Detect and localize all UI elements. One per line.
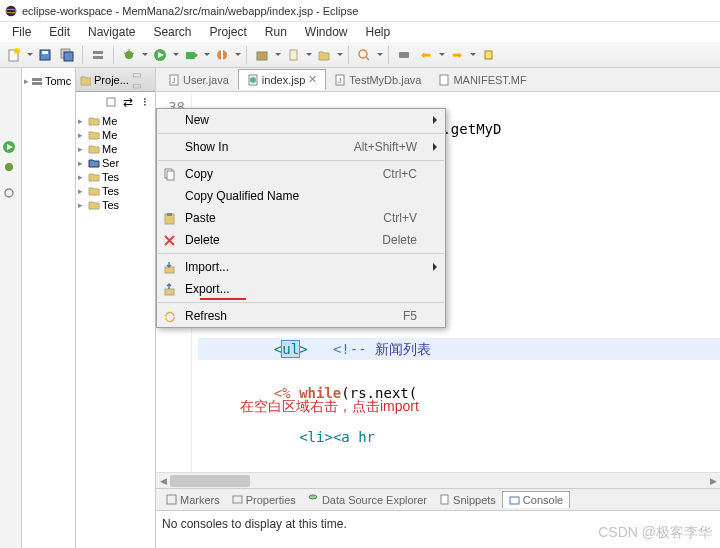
dropdown-arrow-icon[interactable] xyxy=(142,53,148,56)
new-package-icon[interactable] xyxy=(253,46,271,64)
svg-rect-29 xyxy=(32,78,42,81)
ctx-paste[interactable]: PasteCtrl+V xyxy=(157,207,445,229)
dropdown-arrow-icon[interactable] xyxy=(306,53,312,56)
svg-rect-30 xyxy=(32,82,42,85)
submenu-arrow-icon xyxy=(433,116,437,124)
run-icon[interactable] xyxy=(151,46,169,64)
sidebar-item-label: Tomc xyxy=(45,75,71,87)
link-icon[interactable]: ⇄ xyxy=(121,95,135,109)
new-icon[interactable] xyxy=(5,46,23,64)
svg-rect-50 xyxy=(165,267,174,273)
new-type-icon[interactable] xyxy=(284,46,302,64)
tree-item[interactable]: ▸Tes xyxy=(78,170,153,184)
svg-rect-39 xyxy=(167,495,176,504)
dropdown-arrow-icon[interactable] xyxy=(173,53,179,56)
menu-edit[interactable]: Edit xyxy=(41,23,78,41)
proj-explorer-tab[interactable]: Proje...▭ ▭ xyxy=(76,68,155,92)
ctx-new[interactable]: New xyxy=(157,109,445,131)
dropdown-arrow-icon[interactable] xyxy=(27,53,33,56)
tab-data-source[interactable]: Data Source Explorer xyxy=(302,492,433,508)
close-icon[interactable]: ✕ xyxy=(308,73,317,86)
dropdown-arrow-icon[interactable] xyxy=(470,53,476,56)
separator xyxy=(388,46,389,64)
menu-navigate[interactable]: Navigate xyxy=(80,23,143,41)
tree-item[interactable]: ▸Tes xyxy=(78,184,153,198)
dropdown-arrow-icon[interactable] xyxy=(204,53,210,56)
ctx-show-in[interactable]: Show InAlt+Shift+W xyxy=(157,136,445,158)
debug-icon[interactable] xyxy=(2,160,20,178)
perspective-bar xyxy=(0,68,22,548)
tab-console[interactable]: Console xyxy=(502,491,570,508)
tab-index-jsp[interactable]: index.jsp ✕ xyxy=(238,69,326,90)
svg-rect-25 xyxy=(485,51,492,59)
sidebar-item-tomcat[interactable]: ▸Tomc xyxy=(24,75,73,87)
svg-rect-31 xyxy=(107,98,115,106)
svg-rect-38 xyxy=(440,75,448,85)
tree-item[interactable]: ▸Me xyxy=(78,114,153,128)
separator xyxy=(158,253,444,254)
menu-search[interactable]: Search xyxy=(145,23,199,41)
ctx-delete[interactable]: DeleteDelete xyxy=(157,229,445,251)
server-icon[interactable] xyxy=(89,46,107,64)
menu-run[interactable]: Run xyxy=(257,23,295,41)
collapse-icon[interactable] xyxy=(104,95,118,109)
menu-file[interactable]: File xyxy=(4,23,39,41)
submenu-arrow-icon xyxy=(433,263,437,271)
tree-item[interactable]: ▸Me xyxy=(78,128,153,142)
scroll-right-icon: ▶ xyxy=(706,475,720,487)
pin-icon[interactable] xyxy=(479,46,497,64)
tab-manifest[interactable]: MANIFEST.MF xyxy=(430,71,535,89)
tab-user-java[interactable]: JUser.java xyxy=(160,71,238,89)
separator xyxy=(113,46,114,64)
toggle-icon[interactable] xyxy=(395,46,413,64)
tab-testmydb-java[interactable]: JTestMyDb.java xyxy=(326,71,430,89)
ctx-refresh[interactable]: RefreshF5 xyxy=(157,305,445,327)
svg-rect-20 xyxy=(257,52,267,60)
horizontal-scrollbar[interactable]: ◀ ▶ xyxy=(156,472,720,488)
search-icon[interactable] xyxy=(355,46,373,64)
import-icon xyxy=(161,259,177,275)
run-icon[interactable] xyxy=(2,140,20,158)
separator xyxy=(158,133,444,134)
tree-item[interactable]: ▸Tes xyxy=(78,198,153,212)
servers-view: ▸Tomc xyxy=(22,68,76,548)
tree-item[interactable]: ▸Me xyxy=(78,142,153,156)
delete-icon xyxy=(161,232,177,248)
sync-icon[interactable] xyxy=(2,186,20,204)
proj-toolbar: ⇄ ⁝ xyxy=(76,92,155,112)
ctx-copy-qualified[interactable]: Copy Qualified Name xyxy=(157,185,445,207)
menu-help[interactable]: Help xyxy=(358,23,399,41)
dropdown-arrow-icon[interactable] xyxy=(275,53,281,56)
svg-rect-9 xyxy=(93,56,103,59)
svg-rect-16 xyxy=(186,52,194,59)
dropdown-arrow-icon[interactable] xyxy=(377,53,383,56)
run-last-icon[interactable] xyxy=(182,46,200,64)
ctx-copy[interactable]: CopyCtrl+C xyxy=(157,163,445,185)
svg-rect-7 xyxy=(64,52,73,61)
tab-snippets[interactable]: Snippets xyxy=(433,492,502,508)
watermark: CSDN @极客李华 xyxy=(598,524,712,542)
filter-icon[interactable]: ⁝ xyxy=(138,95,152,109)
annotation-underline xyxy=(200,298,246,300)
export-icon xyxy=(161,281,177,297)
ctx-import[interactable]: Import... xyxy=(157,256,445,278)
menu-window[interactable]: Window xyxy=(297,23,356,41)
dropdown-arrow-icon[interactable] xyxy=(337,53,343,56)
save-all-icon[interactable] xyxy=(58,46,76,64)
new-folder-icon[interactable] xyxy=(315,46,333,64)
debug-icon[interactable] xyxy=(120,46,138,64)
tab-properties[interactable]: Properties xyxy=(226,492,302,508)
tab-markers[interactable]: Markers xyxy=(160,492,226,508)
window-titlebar: eclipse-workspace - MemMana2/src/main/we… xyxy=(0,0,720,22)
nav-back-icon[interactable]: ⬅ xyxy=(417,46,435,64)
save-icon[interactable] xyxy=(36,46,54,64)
window-title: eclipse-workspace - MemMana2/src/main/we… xyxy=(22,5,358,17)
dropdown-arrow-icon[interactable] xyxy=(235,53,241,56)
ctx-export[interactable]: Export... xyxy=(157,278,445,300)
menu-project[interactable]: Project xyxy=(201,23,254,41)
nav-fwd-icon[interactable]: ➡ xyxy=(448,46,466,64)
dropdown-arrow-icon[interactable] xyxy=(439,53,445,56)
external-tools-icon[interactable] xyxy=(213,46,231,64)
scroll-thumb[interactable] xyxy=(170,475,250,487)
tree-item[interactable]: ▸Ser xyxy=(78,156,153,170)
